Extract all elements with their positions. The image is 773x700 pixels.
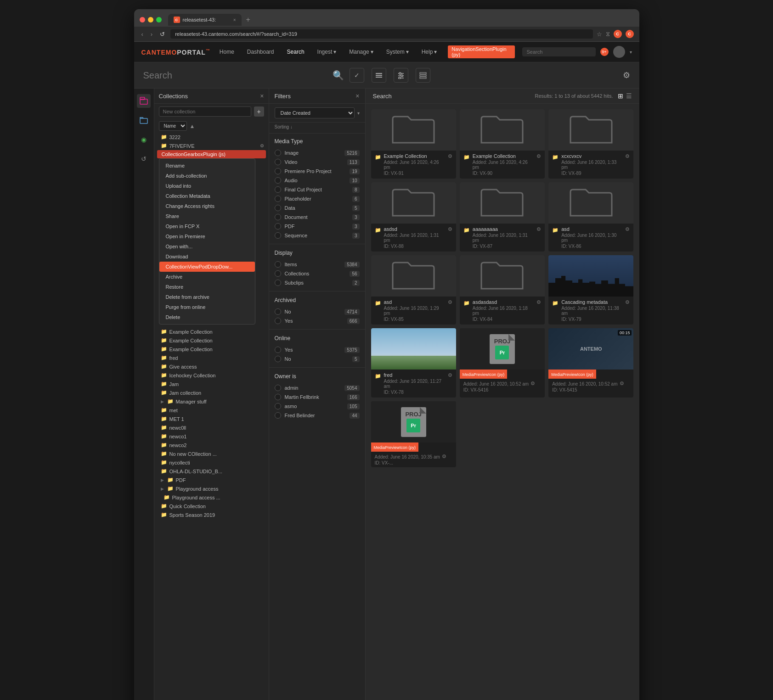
ctx-open-with[interactable]: Open with... <box>159 241 255 252</box>
result-card-vx91[interactable]: 📁 Example Collection Added: June 16 2020… <box>371 109 456 179</box>
tree-item-example2[interactable]: 📁 Example Collection <box>154 336 269 345</box>
nav-manage[interactable]: Manage ▾ <box>347 48 375 56</box>
result-gear-icon[interactable]: ⚙ <box>625 299 630 305</box>
top-search-input[interactable] <box>522 47 596 56</box>
ctx-archive[interactable]: Archive <box>159 272 255 282</box>
ctx-delete-archive[interactable]: Delete from archive <box>159 292 255 302</box>
ctx-metadata[interactable]: Collection Metadata <box>159 191 255 201</box>
filter-sorting[interactable]: Sorting ↓ <box>269 123 365 134</box>
ctx-collection-view[interactable]: CollectionViewPodDropDow... <box>159 262 255 272</box>
grid-view-icon[interactable]: ⊞ <box>618 92 623 100</box>
tree-item-icehockey[interactable]: 📁 Icehockey Collection <box>154 371 269 380</box>
filter-audio-radio[interactable] <box>275 177 281 184</box>
close-window-button[interactable] <box>140 17 145 22</box>
nav-help[interactable]: Help ▾ <box>420 48 439 56</box>
tree-item-jam-collection[interactable]: 📁 Jam collection <box>154 388 269 397</box>
result-gear-icon[interactable]: ⚙ <box>530 381 535 392</box>
result-card-vx78[interactable]: 📁 fred Added: June 16 2020, 11:27 am ID:… <box>371 328 456 398</box>
tree-item-7fivefive[interactable]: 📁 7FIVEFIVE ⚙ <box>154 141 269 150</box>
tree-item-fred[interactable]: 📁 fred <box>154 353 269 362</box>
tree-item-playground[interactable]: ▶ 📁 Playground access <box>154 484 269 493</box>
result-gear-icon[interactable]: ⚙ <box>448 153 452 159</box>
tree-item-example1[interactable]: 📁 Example Collection <box>154 327 269 336</box>
result-gear-icon[interactable]: ⚙ <box>448 299 452 305</box>
collections-sort-select[interactable]: Name Date Size <box>159 121 187 131</box>
filter-owner-martin-radio[interactable] <box>275 394 281 400</box>
filter-archived-yes-radio[interactable] <box>275 318 281 324</box>
filter-owner-admin-radio[interactable] <box>275 385 281 391</box>
check-tool-icon[interactable]: ✓ <box>350 68 364 83</box>
ctx-fcp[interactable]: Open in FCP X <box>159 221 255 231</box>
result-card-vx5416[interactable]: PROJ Pr MediaPreviewIcon (py) <box>460 328 545 398</box>
tree-item-nonew[interactable]: 📁 No new COllection ... <box>154 449 269 458</box>
tree-item-manager[interactable]: ▶ 📁 Manager stuff <box>154 397 269 406</box>
tree-item-pdf[interactable]: ▶ 📁 PDF <box>154 476 269 484</box>
minimize-window-button[interactable] <box>148 17 153 22</box>
filter-pdf-radio[interactable] <box>275 223 281 230</box>
filter-archived-no-radio[interactable] <box>275 308 281 315</box>
search-settings-icon[interactable]: ⚙ <box>623 70 630 80</box>
collections-add-button[interactable]: + <box>254 106 264 117</box>
ctx-access[interactable]: Change Access rights <box>159 201 255 211</box>
extensions-icon[interactable]: ⧖ <box>606 30 610 38</box>
tab-close-button[interactable]: × <box>233 17 236 22</box>
filter-owner-asmo-radio[interactable] <box>275 403 281 409</box>
new-tab-button[interactable]: + <box>246 16 250 24</box>
tree-item-example3[interactable]: 📁 Example Collection <box>154 345 269 353</box>
bookmark-icon[interactable]: ☆ <box>597 31 602 38</box>
result-card-vx89[interactable]: 📁 xcxcvxcv Added: June 16 2020, 1:33 pm … <box>548 109 633 179</box>
user-avatar[interactable] <box>613 46 625 58</box>
filter-placeholder-radio[interactable] <box>275 196 281 202</box>
ctx-restore[interactable]: Restore <box>159 282 255 292</box>
result-gear-icon[interactable]: ⚙ <box>625 153 630 159</box>
filter-subclips-radio[interactable] <box>275 280 281 286</box>
filter-online-yes-radio[interactable] <box>275 347 281 353</box>
forward-button[interactable]: › <box>149 30 154 39</box>
result-card-vx-partial[interactable]: PROJ Pr MediaPreviewIcon (py) <box>371 401 456 467</box>
filter-data-radio[interactable] <box>275 205 281 211</box>
tree-item-collection-gearbox[interactable]: CollectionGearboxPlugin (js) <box>157 150 266 158</box>
user-menu-chevron[interactable]: ▾ <box>630 50 632 55</box>
result-card-vx85[interactable]: 📁 asd Added: June 16 2020, 1:29 pm ID: V… <box>371 255 456 325</box>
filter-image-radio[interactable] <box>275 150 281 156</box>
list-tool-icon[interactable] <box>416 68 430 83</box>
result-card-vx86[interactable]: 📁 asd Added: June 16 2020, 1:30 pm ID: V… <box>548 182 633 252</box>
result-card-vx88[interactable]: 📁 asdsd Added: June 16 2020, 1:31 pm ID:… <box>371 182 456 252</box>
ctx-rename[interactable]: Rename <box>159 161 255 171</box>
result-card-vx79[interactable]: 📁 Cascading metadata Added: June 16 2020… <box>548 255 633 325</box>
tree-item-sports[interactable]: 📁 Sports Season 2019 <box>154 510 269 519</box>
tree-item-3222[interactable]: 📁 3222 <box>154 133 269 141</box>
filter-tool-icon[interactable] <box>394 68 408 83</box>
tree-item-nycollecti[interactable]: 📁 nycollecti <box>154 458 269 467</box>
back-button[interactable]: ‹ <box>140 30 145 39</box>
filter-owner-fred-radio[interactable] <box>275 412 281 419</box>
filter-sequence-radio[interactable] <box>275 232 281 239</box>
filters-close-button[interactable]: × <box>355 92 359 100</box>
ctx-delete[interactable]: Delete <box>159 312 255 322</box>
ctx-share[interactable]: Share <box>159 211 255 221</box>
ctx-download[interactable]: Download <box>159 252 255 262</box>
result-gear-icon[interactable]: ⚙ <box>448 226 452 232</box>
tree-item-quick[interactable]: 📁 Quick Collection <box>154 502 269 510</box>
ctx-premiere[interactable]: Open in Premiere <box>159 231 255 241</box>
sort-direction-button[interactable]: ▲ <box>190 123 195 129</box>
tree-item-newco1[interactable]: 📁 newco1 <box>154 432 269 441</box>
tree-item-newc0ll[interactable]: 📁 newc0ll <box>154 423 269 432</box>
search-input[interactable] <box>143 70 327 81</box>
tree-item-playground-sub[interactable]: 📁 Playground access ... <box>154 493 269 502</box>
filter-premiere-radio[interactable] <box>275 168 281 174</box>
item-gear-icon[interactable]: ⚙ <box>260 143 264 148</box>
search-submit-icon[interactable]: 🔍 <box>333 70 344 81</box>
nav-home[interactable]: Home <box>218 48 236 56</box>
cantemo-icon-2[interactable]: C <box>626 30 634 38</box>
sidebar-history-icon[interactable]: ↺ <box>137 152 151 166</box>
result-card-vx84[interactable]: 📁 asdasdasd Added: June 16 2020, 1:18 pm… <box>460 255 545 325</box>
collections-close-button[interactable]: × <box>260 92 264 100</box>
nav-system[interactable]: System ▾ <box>384 48 411 56</box>
result-card-vx90[interactable]: 📁 Example Collection Added: June 16 2020… <box>460 109 545 179</box>
notification-badge[interactable]: 9+ <box>600 48 609 56</box>
nav-dashboard[interactable]: Dashboard <box>245 48 276 56</box>
collections-search-input[interactable] <box>159 106 251 117</box>
result-gear-icon[interactable]: ⚙ <box>536 153 541 159</box>
tree-item-give-access[interactable]: 📁 Give access <box>154 362 269 371</box>
